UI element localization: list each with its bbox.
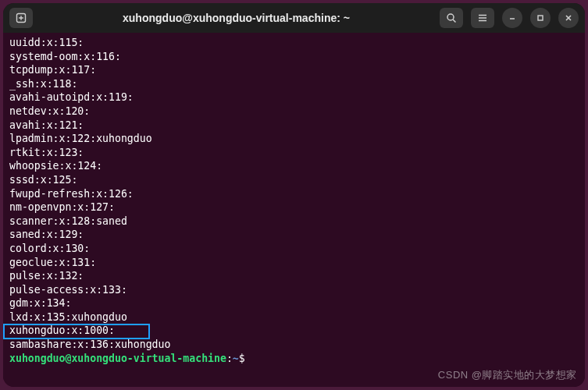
terminal-line: sambashare:x:136:xuhongduo	[9, 338, 579, 352]
svg-point-3	[447, 14, 454, 20]
terminal-line: nm-openvpn:x:127:	[9, 200, 579, 214]
prompt-user-host: xuhongduo@xuhongduo-virtual-machine	[9, 353, 226, 364]
terminal-prompt[interactable]: xuhongduo@xuhongduo-virtual-machine:~$	[9, 352, 579, 366]
terminal-line: saned:x:129:	[9, 228, 579, 242]
search-icon	[446, 12, 457, 23]
terminal-line: gdm:x:134:	[9, 296, 579, 310]
svg-line-4	[453, 20, 456, 23]
terminal-line: pulse-access:x:133:	[9, 283, 579, 297]
terminal-line: pulse:x:132:	[9, 269, 579, 283]
terminal-line: whoopsie:x:124:	[9, 159, 579, 173]
close-button[interactable]	[558, 8, 579, 28]
terminal-line: sssd:x:125:	[9, 173, 579, 187]
minimize-icon	[508, 13, 517, 23]
menu-button[interactable]	[471, 8, 494, 28]
titlebar: xuhongduo@xuhongduo-virtual-machine: ~	[3, 3, 585, 33]
terminal-line: lpadmin:x:122:xuhongduo	[9, 132, 579, 146]
terminal-window: xuhongduo@xuhongduo-virtual-machine: ~	[3, 3, 585, 387]
terminal-content[interactable]: uuidd:x:115:systemd-oom:x:116:tcpdump:x:…	[3, 33, 585, 387]
maximize-button[interactable]	[530, 8, 551, 28]
maximize-icon	[536, 13, 545, 23]
new-tab-button[interactable]	[9, 8, 33, 28]
new-tab-icon	[16, 12, 27, 23]
terminal-line: uuidd:x:115:	[9, 36, 579, 50]
terminal-line: geoclue:x:131:	[9, 256, 579, 270]
terminal-line: avahi:x:121:	[9, 119, 579, 133]
prompt-symbol: $	[239, 353, 251, 364]
terminal-line: colord:x:130:	[9, 242, 579, 256]
terminal-line: xuhongduo:x:1000:	[9, 324, 579, 338]
minimize-button[interactable]	[502, 8, 522, 28]
window-title: xuhongduo@xuhongduo-virtual-machine: ~	[39, 12, 433, 24]
terminal-line: tcpdump:x:117:	[9, 63, 579, 77]
terminal-line: systemd-oom:x:116:	[9, 50, 579, 64]
terminal-line: fwupd-refresh:x:126:	[9, 187, 579, 201]
svg-rect-9	[538, 16, 543, 20]
terminal-line: lxd:x:135:xuhongduo	[9, 310, 579, 324]
terminal-line: avahi-autoipd:x:119:	[9, 90, 579, 105]
close-icon	[564, 13, 573, 23]
terminal-line: netdev:x:120:	[9, 105, 579, 119]
search-button[interactable]	[440, 8, 463, 28]
terminal-line: scanner:x:128:saned	[9, 214, 579, 229]
terminal-line: rtkit:x:123:	[9, 146, 579, 160]
hamburger-icon	[477, 12, 488, 23]
prompt-separator: :	[226, 353, 233, 364]
prompt-path: ~	[233, 353, 239, 364]
terminal-line: _ssh:x:118:	[9, 77, 579, 91]
